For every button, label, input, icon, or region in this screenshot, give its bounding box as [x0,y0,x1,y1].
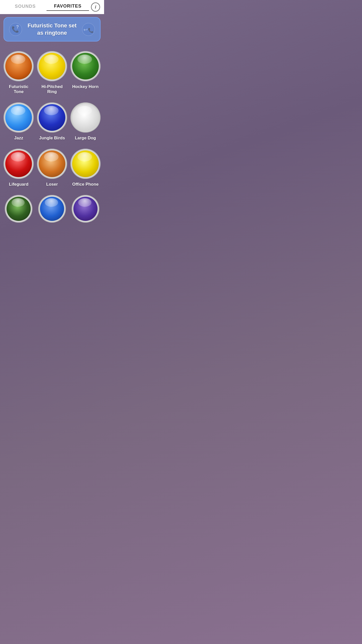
tab-favorites[interactable]: FAVORITES [47,4,89,11]
banner-left-icon: 📞 ? [9,23,22,36]
notification-banner: 📞 ? Futuristic Tone set as ringtone ↩ 📞 [4,17,101,42]
sound-label-futuristic-tone: Futuristic Tone [4,84,34,94]
sound-button-jungle-birds[interactable] [37,102,67,133]
sound-button-11[interactable] [38,195,66,223]
sound-label-hockey-horn: Hockey Horn [72,84,99,89]
sound-item-hi-pitched-ring[interactable]: Hi-Pitched Ring [35,48,69,99]
sound-button-12[interactable] [72,195,99,223]
sound-label-jazz: Jazz [14,136,23,141]
sound-item-office-phone[interactable]: Office Phone [69,145,102,191]
sound-label-hi-pitched-ring: Hi-Pitched Ring [37,84,67,94]
sound-item-futuristic-tone[interactable]: Futuristic Tone [2,48,35,99]
sound-item-loser[interactable]: Loser [35,145,69,191]
sound-item-large-dog[interactable]: Large Dog [69,99,102,145]
tab-sounds[interactable]: SOUNDS [4,4,47,11]
sound-button-large-dog[interactable] [70,102,101,133]
sound-label-office-phone: Office Phone [72,182,99,187]
sound-item-12[interactable] [69,191,102,223]
info-button[interactable]: i [91,3,100,12]
banner-notification-text: Futuristic Tone set as ringtone [22,22,82,36]
sound-button-jazz[interactable] [4,102,34,133]
svg-text:?: ? [16,24,19,29]
sound-item-lifeguard[interactable]: Lifeguard [2,145,35,191]
header: SOUNDS FAVORITES i [0,0,104,14]
sound-button-futuristic-tone[interactable] [4,51,34,81]
sound-item-jazz[interactable]: Jazz [2,99,35,145]
sound-button-hi-pitched-ring[interactable] [37,51,67,81]
svg-text:📞: 📞 [88,28,94,33]
sound-label-large-dog: Large Dog [75,136,96,141]
sound-label-lifeguard: Lifeguard [9,182,28,187]
banner-right-icon: ↩ 📞 [82,23,95,36]
sound-button-10[interactable] [5,195,32,223]
sound-item-11[interactable] [35,191,69,223]
sound-item-10[interactable] [2,191,35,223]
svg-text:↩: ↩ [83,27,88,32]
sound-grid: Futuristic Tone Hi-Pitched Ring Hockey H… [0,45,104,226]
sound-button-lifeguard[interactable] [4,149,34,179]
sound-item-hockey-horn[interactable]: Hockey Horn [69,48,102,99]
sound-button-hockey-horn[interactable] [70,51,101,81]
sound-button-loser[interactable] [37,149,67,179]
sound-label-jungle-birds: Jungle Birds [39,136,65,141]
sound-item-jungle-birds[interactable]: Jungle Birds [35,99,69,145]
sound-button-office-phone[interactable] [70,149,101,179]
sound-label-loser: Loser [46,182,58,187]
